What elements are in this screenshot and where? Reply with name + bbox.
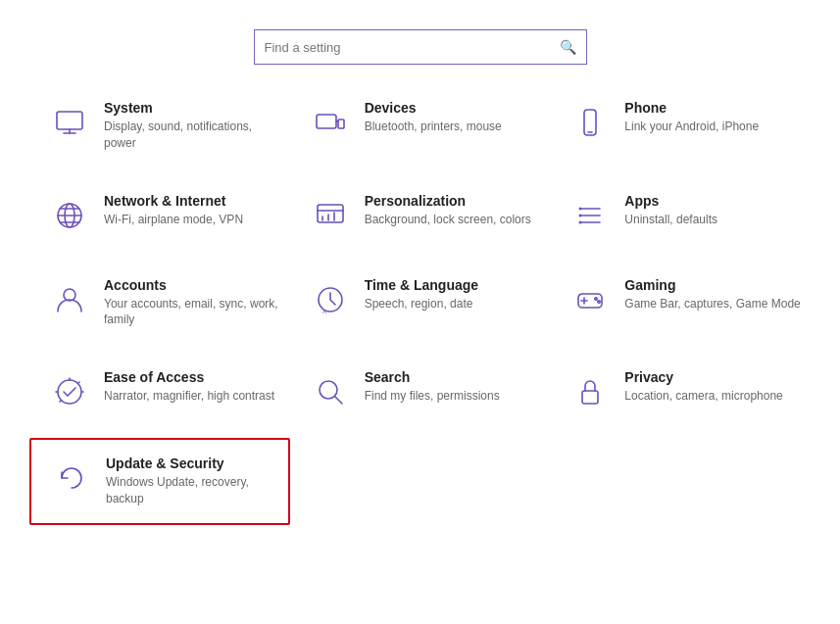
search-input[interactable] (255, 40, 550, 55)
svg-rect-4 (338, 120, 344, 128)
svg-rect-6 (584, 110, 596, 135)
svg-rect-35 (582, 391, 598, 404)
tile-title-apps: Apps (624, 193, 717, 209)
tile-network[interactable]: Network & Internet Wi-Fi, airplane mode,… (29, 177, 290, 252)
tile-search[interactable]: Search Find my files, permissions (290, 354, 551, 428)
tile-desc-personalization: Background, lock screen, colors (365, 212, 531, 228)
apps-icon (569, 195, 611, 236)
tile-gaming[interactable]: Gaming Game Bar, captures, Game Mode (550, 262, 811, 345)
tile-desc-update: Windows Update, recovery, backup (106, 474, 278, 507)
tile-desc-search: Find my files, permissions (365, 388, 500, 405)
tile-desc-privacy: Location, camera, microphone (624, 388, 782, 405)
tile-desc-gaming: Game Bar, captures, Game Mode (624, 296, 800, 312)
tile-title-privacy: Privacy (624, 369, 782, 385)
svg-text:A: A (322, 309, 326, 314)
tile-desc-network: Wi-Fi, airplane mode, VPN (104, 212, 243, 228)
system-icon (49, 102, 90, 143)
svg-rect-3 (317, 115, 336, 128)
privacy-icon (569, 371, 611, 412)
accounts-icon (49, 279, 90, 320)
tile-apps[interactable]: Apps Uninstall, defaults (550, 177, 811, 252)
tile-desc-apps: Uninstall, defaults (624, 212, 717, 228)
tile-title-phone: Phone (624, 100, 759, 116)
personalization-icon (310, 195, 351, 236)
tile-desc-phone: Link your Android, iPhone (624, 119, 759, 135)
tile-update[interactable]: Update & Security Windows Update, recove… (29, 438, 290, 525)
phone-icon (569, 102, 611, 143)
tile-title-devices: Devices (365, 100, 502, 116)
svg-point-30 (595, 297, 597, 299)
tile-title-network: Network & Internet (104, 193, 243, 209)
tile-title-personalization: Personalization (365, 193, 531, 209)
update-icon (51, 457, 92, 499)
tile-title-update: Update & Security (106, 456, 278, 471)
search-icon (310, 371, 351, 412)
tile-title-gaming: Gaming (624, 277, 800, 293)
tile-accounts[interactable]: Accounts Your accounts, email, sync, wor… (29, 262, 290, 345)
tile-time[interactable]: A Time & Language Speech, region, date (290, 262, 551, 345)
search-icon: 🔍 (550, 39, 586, 55)
svg-point-33 (320, 381, 337, 399)
tile-privacy[interactable]: Privacy Location, camera, microphone (550, 354, 811, 428)
gaming-icon (569, 279, 611, 320)
tile-desc-time: Speech, region, date (365, 296, 478, 312)
search-bar-container: 🔍 (0, 0, 840, 84)
ease-icon (49, 371, 90, 412)
svg-rect-13 (318, 205, 343, 222)
network-icon (49, 195, 90, 236)
tile-title-search: Search (365, 369, 500, 385)
search-bar[interactable]: 🔍 (254, 29, 587, 65)
tile-title-ease: Ease of Access (104, 369, 274, 385)
tile-desc-devices: Bluetooth, printers, mouse (365, 119, 502, 135)
svg-line-34 (335, 397, 342, 404)
devices-icon (310, 102, 351, 143)
tile-title-system: System (104, 100, 280, 116)
svg-point-31 (598, 300, 600, 302)
tile-desc-accounts: Your accounts, email, sync, work, family (104, 296, 280, 329)
tile-desc-ease: Narrator, magnifier, high contrast (104, 388, 274, 405)
tile-title-accounts: Accounts (104, 277, 280, 293)
tile-devices[interactable]: Devices Bluetooth, printers, mouse (290, 84, 551, 168)
tile-title-time: Time & Language (365, 277, 478, 293)
tile-phone[interactable]: Phone Link your Android, iPhone (550, 84, 811, 168)
tile-personalization[interactable]: Personalization Background, lock screen,… (290, 177, 551, 252)
svg-rect-0 (57, 112, 82, 129)
tile-ease[interactable]: Ease of Access Narrator, magnifier, high… (29, 354, 290, 428)
tile-desc-system: Display, sound, notifications, power (104, 119, 280, 152)
tile-system[interactable]: System Display, sound, notifications, po… (29, 84, 290, 168)
time-icon: A (310, 279, 351, 320)
settings-grid: System Display, sound, notifications, po… (0, 84, 840, 525)
